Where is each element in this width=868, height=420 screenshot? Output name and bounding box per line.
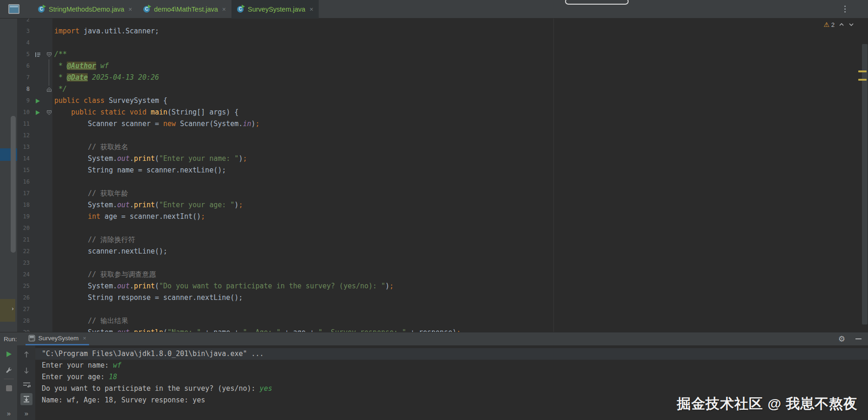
vertical-ellipsis-icon[interactable] [844, 6, 846, 13]
code-line[interactable]: 24 // 获取参与调查意愿 [18, 269, 862, 280]
code-line[interactable]: 28 // 输出结果 [18, 315, 862, 327]
overflow-chevrons-icon[interactable]: » [0, 409, 18, 417]
code-line[interactable]: 15 String name = scanner.nextLine(); [18, 165, 862, 176]
console-line[interactable]: Do you want to participate in the survey… [35, 383, 868, 395]
fold-spacer [45, 141, 52, 153]
soft-wrap-icon[interactable] [18, 382, 35, 388]
console-line[interactable]: Enter your name: wf [35, 360, 868, 371]
line-number[interactable]: 9 [18, 95, 30, 107]
line-number[interactable]: 13 [18, 141, 30, 153]
code-line[interactable]: 5/** [18, 49, 862, 60]
code-line[interactable]: 14 System.out.print("Enter your name: ")… [18, 153, 862, 165]
line-number[interactable]: 6 [18, 60, 30, 72]
gutter-spacer [30, 130, 45, 141]
line-number[interactable]: 26 [18, 292, 30, 304]
line-number[interactable]: 19 [18, 211, 30, 223]
rerun-icon[interactable] [0, 351, 18, 357]
code-line[interactable]: 20 [18, 223, 862, 234]
close-icon[interactable]: × [83, 335, 87, 342]
editor-tab-bar: C StringMethodsDemo.java × C demo4\MathT… [0, 0, 868, 19]
line-number[interactable]: 3 [18, 25, 30, 37]
line-number[interactable]: 23 [18, 257, 30, 269]
line-number[interactable]: 7 [18, 72, 30, 83]
down-arrow-icon[interactable] [18, 367, 35, 374]
code-line[interactable]: 8 */ [18, 83, 862, 95]
line-number[interactable]: 8 [18, 83, 30, 95]
code-line[interactable]: 10 public static void main(String[] args… [18, 107, 862, 118]
line-number[interactable]: 29 [18, 327, 30, 332]
code-line[interactable]: 6 * @Author wf [18, 60, 862, 72]
gear-icon[interactable]: ⚙ [838, 334, 845, 344]
tab-stringmethodsdemo[interactable]: C StringMethodsDemo.java × [32, 0, 138, 19]
code-line[interactable]: 17 // 获取年龄 [18, 188, 862, 199]
code-line[interactable]: 23 [18, 257, 862, 269]
code-text: scanner.nextLine(); [52, 246, 862, 257]
line-number[interactable]: 20 [18, 223, 30, 234]
line-number[interactable]: 14 [18, 153, 30, 165]
console-line[interactable]: "C:\Program Files\Java\jdk1.8.0_201\bin\… [35, 348, 868, 360]
line-number[interactable]: 15 [18, 165, 30, 176]
wrench-icon[interactable] [0, 367, 18, 374]
next-warning-chevron-icon[interactable] [849, 23, 854, 26]
code-line[interactable]: 25 System.out.print("Do you want to part… [18, 280, 862, 292]
minimize-icon[interactable] [855, 338, 862, 339]
warning-stripe-mark[interactable] [858, 70, 867, 72]
tab-mathtest[interactable]: C demo4\MathTest.java × [138, 0, 231, 19]
code-line[interactable]: 29 System.out.println("Name: " + name + … [18, 327, 862, 332]
line-number[interactable]: 12 [18, 130, 30, 141]
close-icon[interactable]: × [222, 6, 226, 13]
line-number[interactable]: 2 [18, 19, 30, 25]
tab-surveysystem[interactable]: C SurveySystem.java × [231, 0, 319, 19]
line-number[interactable]: 10 [18, 107, 30, 118]
line-number[interactable]: 4 [18, 37, 30, 49]
code-line[interactable]: 13 // 获取姓名 [18, 141, 862, 153]
line-number[interactable]: 25 [18, 280, 30, 292]
bookmark-icon[interactable] [30, 49, 45, 60]
code-line[interactable]: 22 scanner.nextLine(); [18, 246, 862, 257]
fold-marker-icon[interactable] [45, 107, 52, 118]
line-number[interactable]: 17 [18, 188, 30, 199]
run-icon[interactable] [30, 107, 45, 118]
line-number[interactable]: 5 [18, 49, 30, 60]
code-line[interactable]: 3import java.util.Scanner; [18, 25, 862, 37]
code-text: System.out.println("Name: " + name + ", … [52, 327, 862, 332]
close-icon[interactable]: × [129, 6, 132, 13]
code-editor[interactable]: 23import java.util.Scanner;45/**6 * @Aut… [18, 19, 868, 332]
line-number[interactable]: 27 [18, 304, 30, 315]
prev-warning-chevron-icon[interactable] [839, 23, 844, 26]
fold-marker-icon[interactable] [45, 49, 52, 60]
code-line[interactable]: 21 // 清除换行符 [18, 234, 862, 246]
stop-icon[interactable] [0, 385, 18, 391]
warning-stripe-mark[interactable] [858, 79, 867, 81]
line-number[interactable]: 21 [18, 234, 30, 246]
code-line[interactable]: 4 [18, 37, 862, 49]
stripe-tool-button[interactable]: › [0, 299, 15, 322]
close-icon[interactable]: × [309, 6, 313, 13]
code-line[interactable]: 7 * @Date 2025-04-13 20:26 [18, 72, 862, 83]
up-arrow-icon[interactable] [18, 351, 35, 358]
code-line[interactable]: 18 System.out.print("Enter your age: "); [18, 199, 862, 211]
code-line[interactable]: 2 [18, 19, 862, 25]
overflow-chevrons-icon[interactable]: » [18, 409, 35, 417]
line-number[interactable]: 24 [18, 269, 30, 280]
line-number[interactable]: 11 [18, 118, 30, 130]
inspection-widget[interactable]: ⚠ 2 [823, 21, 854, 28]
code-line[interactable]: 12 [18, 130, 862, 141]
line-number[interactable]: 22 [18, 246, 30, 257]
code-line[interactable]: 11 Scanner scanner = new Scanner(System.… [18, 118, 862, 130]
line-number[interactable]: 28 [18, 315, 30, 327]
code-line[interactable]: 26 String response = scanner.nextLine(); [18, 292, 862, 304]
scrollbar-thumb[interactable] [862, 44, 868, 325]
stripe-scrollbar-thumb[interactable] [11, 116, 16, 253]
run-tab-surveysystem[interactable]: SurveySystem × [26, 332, 90, 345]
code-line[interactable]: 9public class SurveySystem { [18, 95, 862, 107]
code-line[interactable]: 16 [18, 176, 862, 188]
code-line[interactable]: 27 [18, 304, 862, 315]
line-number[interactable]: 16 [18, 176, 30, 188]
line-number[interactable]: 18 [18, 199, 30, 211]
code-line[interactable]: 19 int age = scanner.nextInt(); [18, 211, 862, 223]
editor-scrollbar[interactable] [862, 19, 868, 332]
scroll-to-end-icon[interactable] [20, 393, 32, 405]
console-line[interactable]: Enter your age: 18 [35, 371, 868, 383]
run-icon[interactable] [30, 95, 45, 107]
